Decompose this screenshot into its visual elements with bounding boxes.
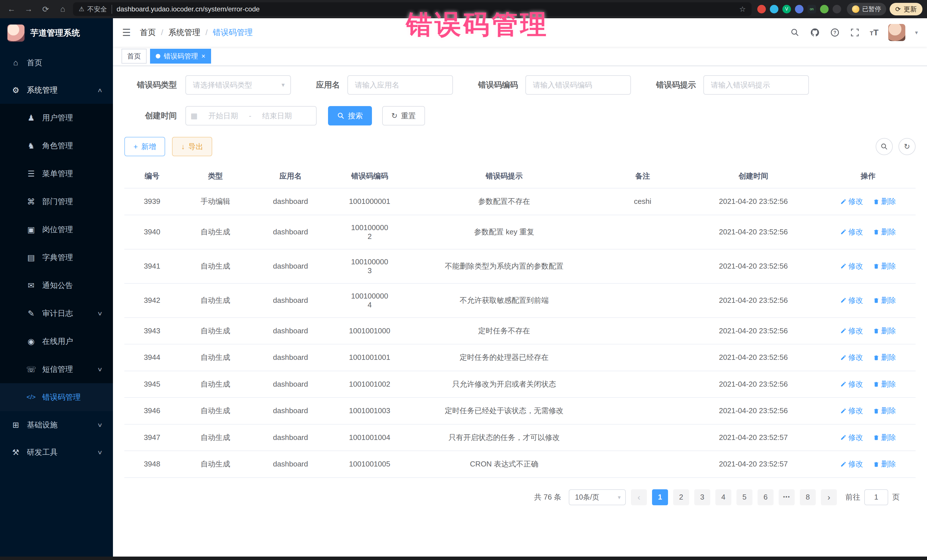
prev-page-button[interactable]: ‹ (631, 489, 647, 505)
refresh-table-button[interactable]: ↻ (898, 138, 916, 155)
page-button-6[interactable]: 6 (758, 489, 774, 505)
search-button[interactable]: 搜索 (328, 106, 372, 126)
delete-link[interactable]: 删除 (873, 196, 896, 206)
delete-link[interactable]: 删除 (873, 227, 896, 237)
delete-link[interactable]: 删除 (873, 459, 896, 469)
delete-link[interactable]: 删除 (873, 379, 896, 389)
page-button-3[interactable]: 3 (694, 489, 710, 505)
show-search-button[interactable] (876, 138, 893, 155)
profile-paused-chip[interactable]: 已暂停 (847, 3, 886, 15)
search-icon[interactable] (790, 27, 800, 38)
font-size-icon[interactable]: TT (870, 28, 878, 37)
edit-link[interactable]: 修改 (840, 196, 863, 206)
org-tree-icon: ⌘ (26, 197, 36, 206)
edit-link[interactable]: 修改 (840, 326, 863, 336)
goto-page-input[interactable] (864, 489, 888, 505)
extension-icon-blue-drop[interactable] (770, 5, 778, 14)
browser-back-button[interactable]: ← (5, 2, 18, 16)
browser-forward-button[interactable]: → (22, 2, 35, 16)
export-button[interactable]: ↓ 导出 (172, 137, 212, 156)
sidebar-item-dept-management[interactable]: ⌘ 部门管理 (0, 188, 113, 216)
sidebar-item-online-users[interactable]: ◉ 在线用户 (0, 327, 113, 355)
edit-link[interactable]: 修改 (840, 433, 863, 443)
browser-home-button[interactable]: ⌂ (56, 2, 70, 16)
help-icon[interactable]: ? (830, 27, 840, 38)
sidebar-item-dict-management[interactable]: ▤ 字典管理 (0, 243, 113, 272)
extension-icon-grid[interactable] (795, 5, 804, 14)
sidebar-item-user-management[interactable]: ♟ 用户管理 (0, 104, 113, 132)
avatar-caret-icon[interactable]: ▾ (915, 29, 918, 36)
breadcrumb-home[interactable]: 首页 (140, 27, 156, 38)
delete-link[interactable]: 删除 (873, 326, 896, 336)
page-button-8[interactable]: 8 (800, 489, 816, 505)
tab-home[interactable]: 首页 (122, 49, 147, 64)
sidebar-item-dev-tools[interactable]: ⚒ 研发工具 ∨ (0, 439, 113, 466)
page-button-5[interactable]: 5 (737, 489, 752, 505)
error-message-input[interactable] (704, 75, 809, 95)
browser-reload-button[interactable]: ⟳ (39, 2, 53, 16)
extension-icon-puzzle[interactable] (833, 5, 841, 14)
edit-link[interactable]: 修改 (840, 379, 863, 389)
more-pages-button[interactable]: ••• (779, 489, 795, 505)
extension-icon-red[interactable] (757, 5, 766, 14)
edit-link[interactable]: 修改 (840, 459, 863, 469)
edit-link-label: 修改 (848, 295, 863, 305)
fullscreen-icon[interactable] (850, 27, 860, 38)
delete-link[interactable]: 删除 (873, 261, 896, 271)
sidebar-item-system-management[interactable]: ⚙ 系统管理 ∧ (0, 76, 113, 104)
sidebar-item-label: 角色管理 (42, 141, 73, 151)
page-button-2[interactable]: 2 (673, 489, 689, 505)
error-code-input[interactable] (526, 75, 631, 95)
reset-button[interactable]: ↻ 重置 (382, 106, 425, 126)
next-page-button[interactable]: › (821, 489, 837, 505)
refresh-icon: ↻ (391, 112, 398, 120)
end-date-input[interactable] (254, 111, 300, 120)
cell-message: 不允许获取敏感配置到前端 (409, 284, 599, 318)
tags-view-bar: 首页 错误码管理 × (113, 47, 927, 66)
error-code-type-select[interactable]: 请选择错误码类型 ▾ (185, 75, 291, 95)
sidebar-item-error-code-management[interactable]: </> 错误码管理 (0, 383, 113, 411)
delete-link[interactable]: 删除 (873, 406, 896, 416)
user-avatar[interactable] (888, 24, 905, 41)
browser-update-button[interactable]: ⟳ 更新 (890, 3, 922, 15)
cell-remark (599, 284, 686, 318)
delete-link[interactable]: 删除 (873, 352, 896, 363)
tab-error-code-management[interactable]: 错误码管理 × (150, 49, 211, 64)
page-button-1[interactable]: 1 (652, 489, 668, 505)
edit-link[interactable]: 修改 (840, 227, 863, 237)
breadcrumb-system-management[interactable]: 系统管理 (168, 27, 200, 38)
edit-link[interactable]: 修改 (840, 295, 863, 305)
create-time-range-picker[interactable]: ▦ - (185, 106, 317, 126)
url-text[interactable]: dashboard.yudao.iocoder.cn/system/error-… (117, 5, 735, 13)
edit-link-label: 修改 (848, 227, 863, 237)
sidebar-item-audit-log[interactable]: ✎ 审计日志 ∨ (0, 299, 113, 327)
extension-icon-on-badge[interactable]: on (807, 5, 816, 14)
sidebar-item-notice[interactable]: ✉ 通知公告 (0, 272, 113, 299)
edit-link[interactable]: 修改 (840, 406, 863, 416)
app-logo[interactable]: 芋道管理系统 (0, 18, 113, 48)
close-icon[interactable]: × (201, 53, 205, 59)
sidebar-item-role-management[interactable]: ♞ 角色管理 (0, 132, 113, 160)
sidebar-item-post-management[interactable]: ▣ 岗位管理 (0, 216, 113, 243)
sidebar-item-sms-management[interactable]: ☏ 短信管理 ∨ (0, 355, 113, 383)
edit-link[interactable]: 修改 (840, 352, 863, 363)
start-date-input[interactable] (200, 111, 247, 120)
sidebar-item-infrastructure[interactable]: ⊞ 基础设施 ∨ (0, 411, 113, 439)
cell-code: 1001001001 (330, 344, 409, 371)
bookmark-star-icon[interactable]: ☆ (739, 5, 746, 14)
extension-icon-green-v[interactable]: V (783, 5, 791, 14)
extension-icon-leaf[interactable] (820, 5, 828, 14)
sidebar-item-menu-management[interactable]: ☰ 菜单管理 (0, 160, 113, 188)
sidebar-collapse-icon[interactable]: ☰ (122, 27, 131, 38)
sidebar-item-home[interactable]: ⌂ 首页 (0, 49, 113, 76)
delete-link[interactable]: 删除 (873, 433, 896, 443)
app-name-input[interactable] (347, 75, 453, 95)
github-icon[interactable] (810, 27, 820, 38)
page-size-select[interactable]: 10条/页 ▾ (569, 489, 626, 505)
page-button-4[interactable]: 4 (715, 489, 731, 505)
address-bar[interactable]: ⚠ 不安全 dashboard.yudao.iocoder.cn/system/… (73, 2, 752, 16)
add-button[interactable]: + 新增 (125, 137, 165, 156)
edit-link[interactable]: 修改 (840, 261, 863, 271)
delete-link[interactable]: 删除 (873, 295, 896, 305)
security-indicator[interactable]: ⚠ 不安全 (79, 5, 112, 14)
